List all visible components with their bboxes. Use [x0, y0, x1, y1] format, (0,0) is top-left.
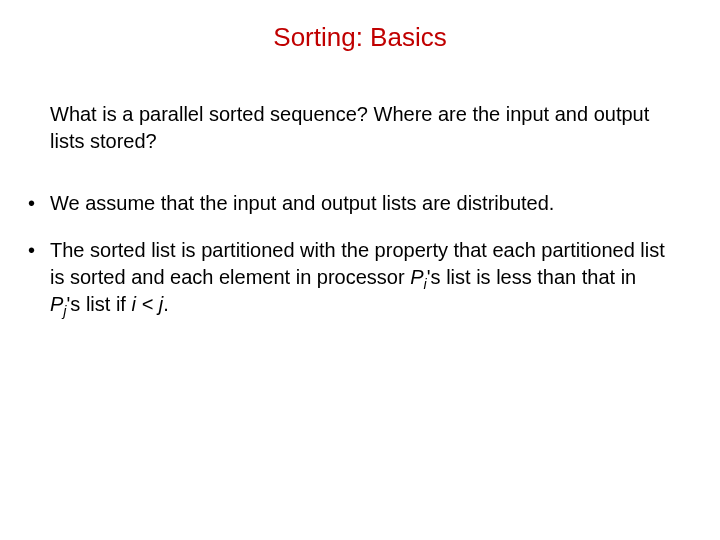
bullet-text: We assume that the input and output list…	[50, 192, 554, 214]
var-p: P	[50, 293, 63, 315]
bullet-text: .	[163, 293, 169, 315]
var-p: P	[410, 266, 423, 288]
slide-title: Sorting: Basics	[0, 22, 720, 53]
bullet-list: We assume that the input and output list…	[22, 190, 670, 318]
list-item: The sorted list is partitioned with the …	[22, 237, 670, 318]
bullet-text: 's list is less than that in	[427, 266, 636, 288]
bullet-text: 's list if	[67, 293, 132, 315]
lt-sign: <	[136, 293, 159, 315]
list-item: We assume that the input and output list…	[22, 190, 670, 217]
intro-question: What is a parallel sorted sequence? Wher…	[50, 101, 670, 155]
